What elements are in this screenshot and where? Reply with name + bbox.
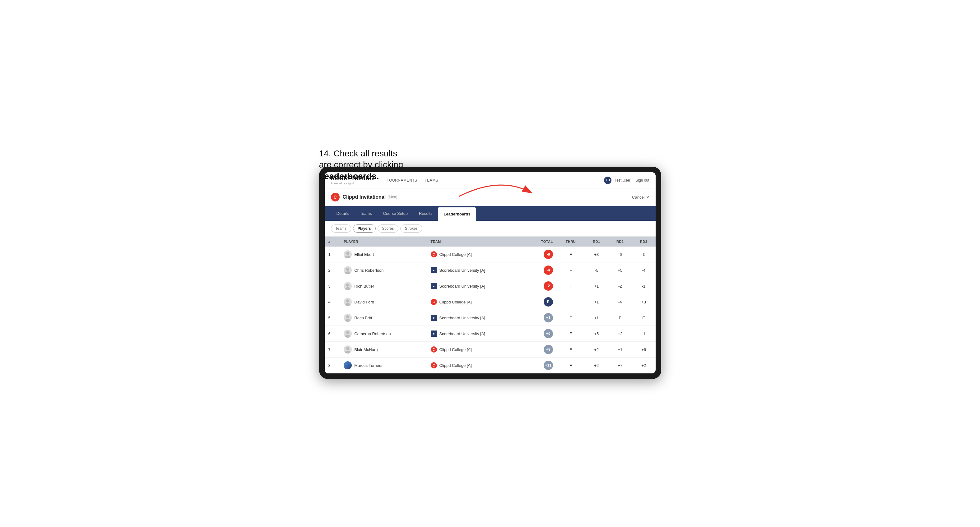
col-total: TOTAL (526, 237, 557, 246)
tab-leaderboards[interactable]: Leaderboards (438, 207, 476, 221)
filter-strokes[interactable]: Strokes (400, 224, 422, 233)
table-row[interactable]: 1 Elliot Ebert C Clippd College [A] -8 F… (325, 246, 655, 262)
col-thru: THRU (557, 237, 585, 246)
rank-cell: 2 (325, 262, 340, 278)
team-icon-sq: ■ (431, 315, 437, 321)
rd1-cell: +2 (585, 342, 608, 357)
thru-cell: F (557, 310, 585, 326)
rd2-cell: +7 (608, 357, 632, 373)
nav-teams[interactable]: TEAMS (425, 177, 438, 184)
team-cell: C Clippd College [A] (427, 246, 526, 262)
rd2-cell: E (608, 310, 632, 326)
team-icon-sq: ■ (431, 283, 437, 289)
annotation-line1: 14. Check all results (319, 149, 398, 158)
team-name: Clippd College [A] (439, 363, 472, 368)
rank-cell: 7 (325, 342, 340, 357)
score-badge: E (544, 297, 553, 306)
user-area: TU Test User | Sign out (604, 176, 649, 184)
team-name: Scoreboard University [A] (439, 268, 485, 273)
col-rd2: RD2 (608, 237, 632, 246)
svg-point-2 (345, 256, 350, 259)
team-cell: ■ Scoreboard University [A] (427, 262, 526, 278)
player-cell: Rich Butler (340, 278, 427, 294)
cancel-button[interactable]: Cancel ✕ (632, 195, 649, 200)
player-avatar (344, 282, 352, 290)
thru-cell: F (557, 342, 585, 357)
total-cell: +11 (526, 357, 557, 373)
team-cell: C Clippd College [A] (427, 342, 526, 357)
rd2-cell: +1 (608, 342, 632, 357)
score-badge: +9 (544, 345, 553, 354)
rank-cell: 8 (325, 357, 340, 373)
player-cell: Blair McHarg (340, 342, 427, 357)
score-badge: -2 (544, 281, 553, 291)
user-avatar: TU (604, 176, 611, 184)
rank-cell: 4 (325, 294, 340, 310)
rd2-cell: +5 (608, 262, 632, 278)
tab-teams[interactable]: Teams (354, 207, 377, 220)
logo-subtitle: Powered by clippd (331, 182, 374, 185)
table-row[interactable]: 4 David Ford C Clippd College [A] E F +1… (325, 294, 655, 310)
team-icon-sq: ■ (431, 267, 437, 273)
rank-cell: 5 (325, 310, 340, 326)
rd2-cell: -4 (608, 294, 632, 310)
annotation: 14. Check all results are correct by cli… (319, 148, 403, 182)
tab-details[interactable]: Details (331, 207, 355, 220)
total-cell: -4 (526, 262, 557, 278)
player-avatar (344, 361, 352, 369)
team-name: Scoreboard University [A] (439, 284, 485, 289)
score-badge: +6 (544, 329, 553, 338)
svg-point-14 (345, 351, 350, 354)
team-cell: ■ Scoreboard University [A] (427, 326, 526, 342)
tournament-category: (Men) (388, 195, 397, 199)
user-label: Test User | (614, 178, 632, 183)
rd1-cell: -5 (585, 262, 608, 278)
rd3-cell: E (632, 310, 655, 326)
filter-teams[interactable]: Teams (331, 224, 351, 233)
thru-cell: F (557, 262, 585, 278)
total-cell: +6 (526, 326, 557, 342)
thru-cell: F (557, 357, 585, 373)
thru-cell: F (557, 326, 585, 342)
rd3-cell: -1 (632, 278, 655, 294)
filter-players[interactable]: Players (353, 224, 376, 233)
svg-point-5 (346, 284, 349, 287)
score-badge: +1 (544, 313, 553, 322)
tab-course-setup[interactable]: Course Setup (377, 207, 414, 220)
score-badge: +11 (544, 361, 553, 370)
table-row[interactable]: 5 Rees Britt ■ Scoreboard University [A]… (325, 310, 655, 326)
player-cell: Marcus Turners (340, 357, 427, 373)
player-avatar (344, 250, 352, 259)
table-row[interactable]: 3 Rich Butler ■ Scoreboard University [A… (325, 278, 655, 294)
tab-results[interactable]: Results (413, 207, 438, 220)
player-name: Marcus Turners (354, 363, 382, 368)
table-row[interactable]: 7 Blair McHarg C Clippd College [A] +9 F… (325, 342, 655, 357)
svg-point-6 (345, 287, 350, 290)
player-name: David Ford (354, 300, 374, 305)
rd2-cell: -2 (608, 278, 632, 294)
filter-scores[interactable]: Scores (377, 224, 398, 233)
rd3-cell: +6 (632, 342, 655, 357)
filter-bar: Teams Players Scores Strokes (325, 221, 655, 237)
rank-cell: 3 (325, 278, 340, 294)
team-icon-c: C (431, 346, 437, 352)
player-name: Blair McHarg (354, 347, 377, 352)
team-cell: C Clippd College [A] (427, 357, 526, 373)
annotation-line2: are correct by clicking (319, 160, 403, 170)
svg-point-1 (346, 252, 349, 255)
team-icon-sq: ■ (431, 330, 437, 337)
svg-point-12 (345, 335, 350, 338)
rd1-cell: +1 (585, 310, 608, 326)
total-cell: -2 (526, 278, 557, 294)
sign-out-link[interactable]: Sign out (635, 178, 649, 183)
player-name: Rees Britt (354, 316, 372, 320)
player-cell: Rees Britt (340, 310, 427, 326)
table-row[interactable]: 8 Marcus Turners C Clippd College [A] +1… (325, 357, 655, 373)
score-badge: -4 (544, 265, 553, 275)
table-row[interactable]: 2 Chris Robertson ■ Scoreboard Universit… (325, 262, 655, 278)
rd3-cell: -4 (632, 262, 655, 278)
table-row[interactable]: 6 Cameron Robertson ■ Scoreboard Univers… (325, 326, 655, 342)
rd1-cell: +3 (585, 246, 608, 262)
col-player: PLAYER (340, 237, 427, 246)
player-name: Chris Robertson (354, 268, 383, 273)
